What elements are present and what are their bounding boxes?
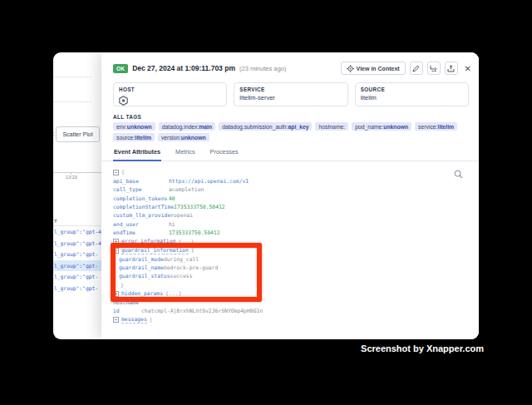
edit-button[interactable] (410, 62, 423, 75)
attributes-tree: {api_basehttps://api.openai.com/v1call_t… (101, 168, 479, 339)
target-icon (347, 65, 354, 72)
summary-card-source: SOURCElitellm (355, 82, 469, 106)
attribute-key[interactable]: custom_llm_provider (113, 212, 174, 219)
attribute-value[interactable]: hi (169, 221, 175, 228)
summary-cards: HOSTSERVICElitellm-serverSOURCElitellm (113, 82, 469, 106)
log-row[interactable]: l_group":"gpt- (53, 283, 101, 294)
scatter-plot-button[interactable]: Scatter Plot (56, 126, 100, 142)
app-window: : Scatter Plot 13:23 T l_group":"gpt-4ol… (53, 52, 479, 339)
close-icon[interactable]: ✕ (465, 64, 471, 73)
attribute-key[interactable]: guardrail_mode (119, 256, 164, 263)
view-in-context-label: View in Context (357, 66, 400, 72)
attribute-row: endTime1735333750.50412 (101, 229, 479, 237)
attribute-value[interactable]: chatcmpl-Aj8rxhNLht9v2J6rSNYOmp4pH0G1n (141, 308, 263, 314)
summary-card-value[interactable]: litellm-server (239, 94, 342, 101)
collapse-icon[interactable] (113, 317, 119, 323)
attribute-key[interactable]: error_information (121, 238, 175, 245)
tag-pill[interactable]: hostname: (315, 122, 348, 131)
summary-card-service: SERVICElitellm-server (234, 82, 347, 106)
attribute-row: hidden_params{...} (101, 289, 479, 298)
tag-pill[interactable]: service:litellm (415, 122, 457, 131)
attribute-key[interactable]: hidden_params (121, 290, 163, 298)
attribute-value[interactable]: https://api.openai.com/v1 (169, 178, 249, 185)
attribute-row: { (101, 168, 479, 176)
attribute-row: guardrail_namebedrock-pre-guard (101, 264, 479, 272)
export-button[interactable] (445, 62, 458, 75)
expand-icon[interactable] (113, 291, 119, 297)
attribute-key[interactable]: call_type (113, 186, 169, 193)
status-badge: OK (113, 64, 128, 73)
attribute-key[interactable]: endTime (113, 230, 169, 236)
attribute-value[interactable]: 1735333750.50412 (169, 230, 220, 236)
tag-pill[interactable]: source:litellm (113, 133, 155, 141)
watermark: Screenshot by Xnapper.com (361, 343, 484, 353)
timeline-tick-label: 13:23 (61, 175, 82, 180)
attribute-row: custom_llm_provideropenai (101, 211, 479, 220)
background-divider (53, 77, 91, 77)
summary-card-value[interactable]: litellm (361, 94, 463, 101)
tab-event-attributes[interactable]: Event Attributes (113, 146, 161, 161)
log-row[interactable]: l_group":"gpt-4o (53, 238, 101, 249)
summary-card-label: SERVICE (239, 86, 342, 92)
attribute-row: guardrail_information{ (101, 246, 479, 254)
attribute-key[interactable]: guardrail_status (119, 273, 170, 279)
collapse-icon[interactable] (113, 170, 119, 175)
tab-processes[interactable]: Processes (209, 146, 239, 161)
tag-pill[interactable]: env:unknown (113, 122, 155, 131)
attribute-key[interactable]: guardrail_information (121, 247, 189, 254)
log-row[interactable]: l_group":"gpt- (53, 249, 101, 260)
bracket: { (191, 247, 195, 254)
event-time-ago: (23 minutes ago) (239, 65, 286, 72)
attribute-key[interactable]: id (113, 308, 141, 314)
panel-header: OK Dec 27, 2024 at 1:09:11.703 pm (23 mi… (113, 61, 471, 76)
attribute-value[interactable]: 1735333750.50412 (174, 204, 225, 210)
view-in-context-button[interactable]: View in Context (341, 62, 406, 75)
attribute-value[interactable]: bedrock-pre-guard (164, 264, 218, 271)
bracket: {...} (178, 239, 194, 245)
expand-icon[interactable] (113, 239, 119, 244)
export-icon (447, 65, 455, 72)
tag-pill[interactable]: version:unknown (158, 133, 209, 141)
tab-metrics[interactable]: Metrics (175, 146, 196, 161)
attribute-row: error_information{...} (101, 238, 479, 246)
attribute-value[interactable]: 40 (169, 195, 175, 202)
all-tags-label: ALL TAGS (113, 114, 469, 120)
tag-pill[interactable]: datadog.index:main (159, 122, 215, 131)
shortcuts-icon (430, 65, 438, 72)
log-list: l_group":"gpt-4ol_group":"gpt-4ol_group"… (53, 226, 101, 294)
bracket: { (121, 169, 125, 175)
log-row[interactable]: l_group":"gpt-4o (53, 226, 101, 238)
attribute-row: hostname (101, 299, 479, 307)
bracket: } (121, 282, 124, 289)
attribute-key[interactable]: completion_tokens (113, 195, 169, 202)
attribute-value[interactable]: during_call (164, 256, 199, 263)
summary-card-host: HOST (113, 82, 227, 106)
event-detail-panel: OK Dec 27, 2024 at 1:09:11.703 pm (23 mi… (101, 52, 479, 339)
truncated-label: : (53, 131, 55, 136)
attribute-key[interactable]: completionStartTime (113, 204, 174, 210)
shortcuts-button[interactable] (427, 62, 441, 75)
tag-pill[interactable]: datadog.submission_auth:api_key (219, 122, 312, 131)
event-timestamp: Dec 27, 2024 at 1:09:11.703 pm (132, 64, 235, 72)
attribute-key[interactable]: end_user (113, 221, 169, 228)
search-attributes-button[interactable] (452, 168, 464, 180)
attribute-key[interactable]: hostname (113, 299, 141, 306)
attribute-value[interactable]: success (170, 273, 193, 279)
attribute-key[interactable]: guardrail_name (119, 264, 164, 271)
attribute-key[interactable]: api_base (113, 178, 169, 185)
tag-pill[interactable]: pod_name:unknown (352, 122, 411, 131)
attribute-row: completion_tokens40 (101, 194, 479, 202)
attribute-row: end_userhi (101, 220, 479, 229)
attribute-row: guardrail_statussuccess (101, 272, 479, 280)
log-row[interactable]: l_group":"gpt- (53, 260, 101, 272)
attribute-row: } (101, 281, 479, 289)
tabs: Event AttributesMetricsProcesses (101, 146, 479, 161)
attribute-value[interactable]: openai (174, 212, 193, 219)
attribute-row: messages[ (101, 315, 479, 324)
summary-card-label: SOURCE (361, 86, 463, 92)
attribute-row: idchatcmpl-Aj8rxhNLht9v2J6rSNYOmp4pH0G1n (101, 307, 479, 315)
attribute-value[interactable]: acompletion (169, 186, 204, 193)
collapse-icon[interactable] (113, 248, 119, 254)
attribute-key[interactable]: messages (121, 316, 147, 324)
log-row[interactable]: l_group":"gpt- (53, 271, 101, 283)
